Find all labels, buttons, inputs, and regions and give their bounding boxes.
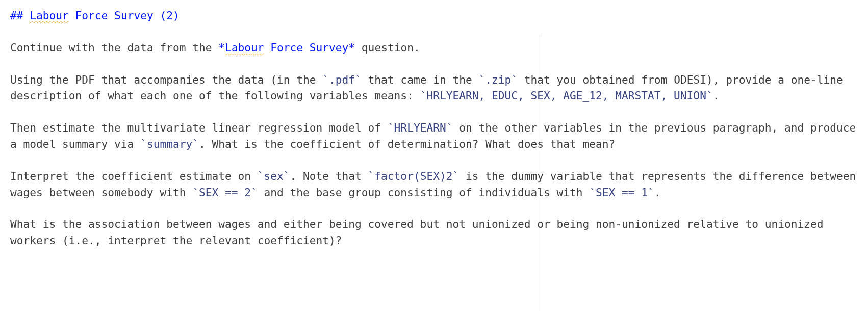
p4-code-sex1: `SEX == 1` (589, 186, 654, 199)
paragraph-4: Interpret the coefficient estimate on `s… (10, 168, 858, 201)
p4-code-sex: `sex` (258, 170, 290, 183)
p4-code-factorsex2: `factor(SEX)2` (368, 170, 459, 183)
p4-text-e: . (654, 186, 661, 199)
heading-word-labour: Labour (30, 9, 69, 22)
paragraph-2: Using the PDF that accompanies the data … (10, 72, 858, 105)
paragraph-1: Continue with the data from the *Labour … (10, 40, 858, 56)
p1-text-b: question. (355, 41, 420, 54)
p1-text-a: Continue with the data from the (10, 41, 218, 54)
p3-text-c: . What is the coefficient of determinati… (199, 138, 615, 150)
p2-code-zip: `.zip` (478, 73, 518, 86)
paragraph-5: What is the association between wages an… (10, 216, 858, 249)
p2-text-a: Using the PDF that accompanies the data … (10, 73, 322, 86)
p1-link-star1: * (218, 41, 225, 54)
p3-code-hrlyearn: `HRLYEARN` (388, 121, 453, 134)
p3-code-summary: `summary` (140, 138, 199, 150)
p1-link-word: Labour (225, 41, 264, 54)
p2-text-b: that came in the (362, 73, 479, 86)
p4-text-b: . Note that (290, 170, 368, 183)
heading-prefix: ## (10, 9, 30, 22)
paragraph-3: Then estimate the multivariate linear re… (10, 120, 858, 152)
p4-text-d: and the base group consisting of individ… (258, 186, 590, 199)
p2-text-d: . (713, 89, 720, 102)
p5-text-a: What is the association between wages an… (10, 218, 824, 247)
p2-code-varlist: `HRLYEARN, EDUC, SEX, AGE_12, MARSTAT, U… (420, 89, 713, 102)
p3-text-a: Then estimate the multivariate linear re… (10, 121, 388, 134)
p2-code-pdf: `.pdf` (322, 73, 362, 86)
labour-force-survey-link[interactable]: *Labour Force Survey* (218, 41, 355, 54)
heading-line: ## Labour Force Survey (2) (10, 8, 858, 24)
heading-rest: Force Survey (2) (69, 9, 180, 22)
p4-text-a: Interpret the coefficient estimate on (10, 170, 258, 183)
p4-code-sex2: `SEX == 2` (192, 186, 258, 199)
document-body: ## Labour Force Survey (2) Continue with… (0, 0, 868, 275)
p1-link-rest: Force Survey* (264, 41, 355, 54)
